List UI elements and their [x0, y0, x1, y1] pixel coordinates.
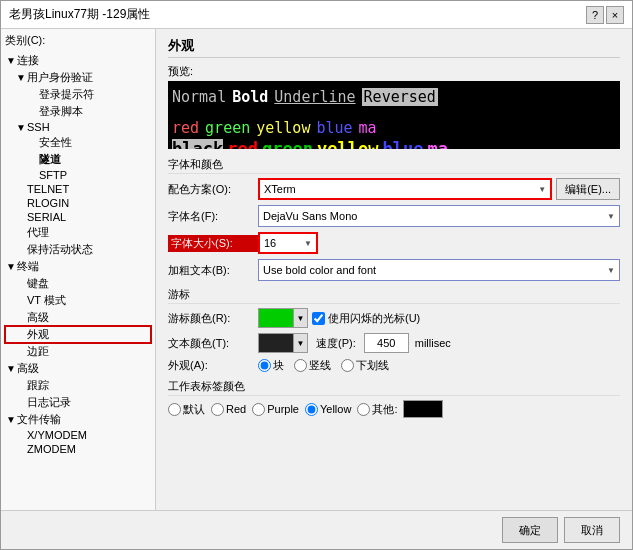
scheme-row: 配色方案(O): XTerm ▼ 编辑(E)... [168, 178, 620, 200]
tabcolor-other-radio[interactable] [357, 403, 370, 416]
speed-label: 速度(P): [316, 336, 356, 351]
sidebar-item-wen-jian[interactable]: ▼ 文件传输 [5, 411, 151, 428]
sidebar-label-xymodem: X/YMODEM [27, 429, 87, 441]
cancel-button[interactable]: 取消 [564, 517, 620, 543]
tabcolor-purple-radio[interactable] [252, 403, 265, 416]
scheme-value: XTerm [264, 183, 296, 195]
sidebar-label-sui-dao: 隧道 [39, 152, 61, 167]
preview-green2: green [262, 139, 313, 149]
preview-reversed: Reversed [362, 88, 438, 106]
text-color-label: 文本颜色(T): [168, 336, 258, 351]
appearance-vline-label[interactable]: 竖线 [294, 358, 331, 373]
blink-label[interactable]: 使用闪烁的光标(U) [312, 311, 420, 326]
text-color-swatch[interactable]: ▼ [258, 333, 308, 353]
tabcolor-purple-label[interactable]: Purple [252, 403, 299, 416]
tabcolor-default-radio[interactable] [168, 403, 181, 416]
sidebar-label-sftp: SFTP [39, 169, 67, 181]
sidebar-label-telnet: TELNET [27, 183, 69, 195]
sidebar-label-lian-jie: 连接 [17, 53, 39, 68]
sidebar-item-vt[interactable]: VT 模式 [5, 292, 151, 309]
title-bar-buttons: ? × [586, 6, 624, 24]
font-control: DejaVu Sans Mono ▼ [258, 205, 620, 227]
sidebar-label-rlogin: RLOGIN [27, 197, 69, 209]
appearance-underline-radio[interactable] [341, 359, 354, 372]
appearance-block-radio[interactable] [258, 359, 271, 372]
tabcolor-red-radio[interactable] [211, 403, 224, 416]
preview-yellow: yellow [256, 119, 310, 137]
sidebar-item-gao[interactable]: 高级 [5, 309, 151, 326]
speed-input[interactable] [364, 333, 409, 353]
bold-select[interactable]: Use bold color and font ▼ [258, 259, 620, 281]
help-button[interactable]: ? [586, 6, 604, 24]
toggle-yong-hu: ▼ [15, 72, 27, 83]
font-select[interactable]: DejaVu Sans Mono ▼ [258, 205, 620, 227]
appearance-underline-label[interactable]: 下划线 [341, 358, 389, 373]
sidebar-item-telnet[interactable]: TELNET [5, 182, 151, 196]
scheme-label: 配色方案(O): [168, 182, 258, 197]
text-swatch-arrow-icon[interactable]: ▼ [293, 334, 307, 352]
appearance-control: 块 竖线 下划线 [258, 358, 620, 373]
sidebar-item-deng-lu-ti[interactable]: 登录提示符 [5, 86, 151, 103]
sidebar-item-an-quan[interactable]: 安全性 [5, 134, 151, 151]
tabcolor-yellow-label[interactable]: Yellow [305, 403, 351, 416]
fontsize-value: 16 [264, 237, 276, 249]
sidebar-item-xymodem[interactable]: X/YMODEM [5, 428, 151, 442]
scheme-select[interactable]: XTerm ▼ [258, 178, 552, 200]
sidebar-item-zhong-duan[interactable]: ▼ 终端 [5, 258, 151, 275]
sidebar-label-dai-li: 代理 [27, 225, 49, 240]
main-content: 类别(C): ▼ 连接 ▼ 用户身份验证 登录提示符 登录脚本 [1, 29, 632, 510]
tabcolor-yellow-radio[interactable] [305, 403, 318, 416]
sidebar-item-zmodem[interactable]: ZMODEM [5, 442, 151, 456]
text-color-control: ▼ 速度(P): millisec [258, 333, 620, 353]
preview-red: red [172, 119, 199, 137]
tree: ▼ 连接 ▼ 用户身份验证 登录提示符 登录脚本 ▼ SSH [5, 52, 151, 456]
bold-arrow-icon: ▼ [607, 266, 615, 275]
cursor-color-swatch[interactable]: ▼ [258, 308, 308, 328]
tabcolor-red-label[interactable]: Red [211, 403, 246, 416]
sidebar-item-bao-huo[interactable]: 保持活动状态 [5, 241, 151, 258]
sidebar-item-sui-dao[interactable]: 隧道 [5, 151, 151, 168]
blink-checkbox[interactable] [312, 312, 325, 325]
fontsize-select[interactable]: 16 ▼ [258, 232, 318, 254]
sidebar-item-jian-pan[interactable]: 键盘 [5, 275, 151, 292]
appearance-vline-radio[interactable] [294, 359, 307, 372]
sidebar-item-serial[interactable]: SERIAL [5, 210, 151, 224]
tabcolor-swatch[interactable] [403, 400, 443, 418]
appearance-block-label[interactable]: 块 [258, 358, 284, 373]
sidebar-item-rlogin[interactable]: RLOGIN [5, 196, 151, 210]
sidebar-item-deng-lu-jiao[interactable]: 登录脚本 [5, 103, 151, 120]
sidebar-item-gen-zong[interactable]: 跟踪 [5, 377, 151, 394]
fontsize-row: 字体大小(S): 16 ▼ [168, 232, 620, 254]
toggle-lian-jie: ▼ [5, 55, 17, 66]
bottom-bar: 确定 取消 [1, 510, 632, 549]
sidebar-label-gao: 高级 [27, 310, 49, 325]
close-button[interactable]: × [606, 6, 624, 24]
sidebar-label-wen-jian: 文件传输 [17, 412, 61, 427]
main-window: 老男孩Linux77期 -129属性 ? × 类别(C): ▼ 连接 ▼ 用户身… [0, 0, 633, 550]
tabcolor-red-text: Red [226, 403, 246, 415]
sidebar-item-ssh[interactable]: ▼ SSH [5, 120, 151, 134]
sidebar-item-ri-zhi[interactable]: 日志记录 [5, 394, 151, 411]
sidebar-label-vt: VT 模式 [27, 293, 66, 308]
sidebar-item-lian-jie[interactable]: ▼ 连接 [5, 52, 151, 69]
sidebar-label-zhong-duan: 终端 [17, 259, 39, 274]
edit-button[interactable]: 编辑(E)... [556, 178, 620, 200]
cursor-swatch-arrow-icon[interactable]: ▼ [293, 309, 307, 327]
tabcolor-yellow-text: Yellow [320, 403, 351, 415]
cursor-color-control: ▼ 使用闪烁的光标(U) [258, 308, 620, 328]
preview-black: black [172, 139, 223, 149]
tabcolor-default-label[interactable]: 默认 [168, 402, 205, 417]
sidebar-item-yong-hu[interactable]: ▼ 用户身份验证 [5, 69, 151, 86]
sidebar-item-wai-guan[interactable]: 外观 [5, 326, 151, 343]
sidebar-label-gen-zong: 跟踪 [27, 378, 49, 393]
sidebar-item-sftp[interactable]: SFTP [5, 168, 151, 182]
sidebar-item-gao-ji[interactable]: ▼ 高级 [5, 360, 151, 377]
tabcolor-row: 默认 Red Purple Yellow [168, 400, 620, 418]
sidebar-item-dai-li[interactable]: 代理 [5, 224, 151, 241]
appearance-row: 外观(A): 块 竖线 下划线 [168, 358, 620, 373]
title-bar: 老男孩Linux77期 -129属性 ? × [1, 1, 632, 29]
sidebar-item-bian-jie[interactable]: 边距 [5, 343, 151, 360]
ok-button[interactable]: 确定 [502, 517, 558, 543]
tabcolor-other-label[interactable]: 其他: [357, 402, 397, 417]
section-title: 外观 [168, 37, 620, 58]
